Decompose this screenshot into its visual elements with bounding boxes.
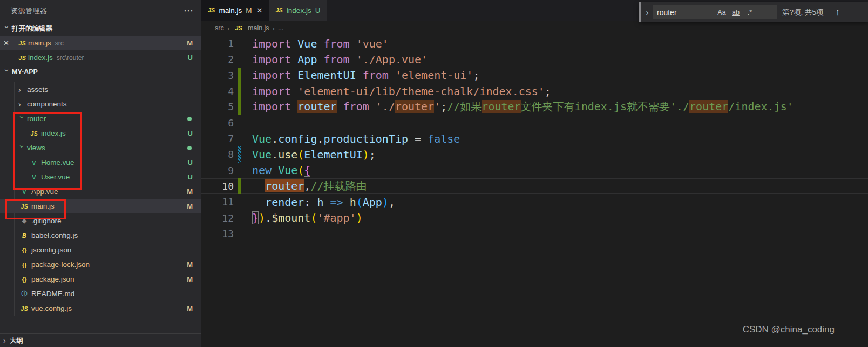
breadcrumb-item[interactable]: ... <box>278 24 283 32</box>
code-token: ElementUI <box>304 148 362 161</box>
open-editor-path: src <box>55 39 64 47</box>
code-token: 文件夹下有index.js就不需要'./ <box>521 100 689 113</box>
code-token: Vue <box>252 132 272 145</box>
code-token: './App.vue' <box>356 53 428 66</box>
open-editor-label: index.js <box>28 54 53 62</box>
open-editors-label: 打开的编辑器 <box>12 24 52 34</box>
project-section-header[interactable]: › MY-APP <box>0 65 201 79</box>
tree-item--gitignore[interactable]: ◆.gitignore <box>0 213 201 228</box>
tree-item-router[interactable]: ›router <box>0 111 201 126</box>
open-editor-label: main.js <box>28 39 51 47</box>
code-token: App <box>297 53 317 66</box>
code-token: import <box>252 37 297 50</box>
code-token <box>252 196 265 209</box>
tree-item-package-json[interactable]: {}package.jsonM <box>0 272 201 286</box>
tab-main-js[interactable]: JSmain.jsM✕ <box>201 0 269 21</box>
tree-item-label: App.vue <box>31 188 58 196</box>
code-line-3[interactable]: 3import ElementUI from 'element-ui'; <box>201 68 868 83</box>
code-token: router <box>265 179 304 192</box>
code-token: ; <box>545 85 551 98</box>
outline-section-header[interactable]: › 大纲 <box>0 333 201 347</box>
toggle-replace-icon[interactable]: › <box>643 8 652 17</box>
code-line-11[interactable]: 11 render: h => h(App), <box>201 194 868 210</box>
code-token: './ <box>376 100 395 113</box>
close-icon[interactable]: ✕ <box>256 6 262 15</box>
open-editors-section-header[interactable]: › 打开的编辑器 <box>0 22 201 36</box>
tree-item-package-lock-json[interactable]: {}package-lock.jsonM <box>0 257 201 272</box>
more-actions-icon[interactable]: ⋯ <box>184 5 194 17</box>
tree-item-label: assets <box>27 85 48 94</box>
tree-item-babel-config-js[interactable]: Bbabel.config.js <box>0 228 201 243</box>
tree-item-user-vue[interactable]: VUser.vueU <box>0 170 201 184</box>
git-status-badge: M <box>187 202 193 210</box>
find-result-count: 第?项, 共5项 <box>782 8 824 17</box>
code-line-12[interactable]: 12}).$mount('#app') <box>201 210 868 226</box>
open-editors-list: ✕JSmain.jssrcMJSindex.jssrc\routerU <box>0 36 201 65</box>
open-editor-item[interactable]: JSindex.jssrc\routerU <box>0 50 201 65</box>
breadcrumb[interactable]: src›JSmain.js›... <box>201 21 868 36</box>
code-line-13[interactable]: 13 <box>201 226 868 242</box>
tree-item-main-js[interactable]: JSmain.jsM <box>0 199 201 213</box>
line-number: 6 <box>201 117 238 129</box>
code-token: //如果 <box>447 100 482 113</box>
code-token: $mount <box>272 211 310 224</box>
sidebar-title: 资源管理器 <box>11 6 184 16</box>
project-name-label: MY-APP <box>12 68 38 76</box>
tree-item-app-vue[interactable]: VApp.vueM <box>0 184 201 199</box>
tree-item-assets[interactable]: ›assets <box>0 82 201 97</box>
code-line-8[interactable]: 8Vue.use(ElementUI); <box>201 146 868 162</box>
vue-file-icon: V <box>28 174 40 181</box>
code-line-4[interactable]: 4import 'element-ui/lib/theme-chalk/inde… <box>201 83 868 99</box>
whole-word-icon[interactable]: ab <box>729 9 743 16</box>
match-case-icon[interactable]: Aa <box>715 9 729 16</box>
tree-item-index-js[interactable]: JSindex.jsU <box>0 126 201 141</box>
breadcrumb-item[interactable]: src <box>215 24 224 32</box>
code-editor[interactable]: 1import Vue from 'vue'2import App from '… <box>201 36 868 242</box>
chevron-right-icon: › <box>18 100 25 109</box>
code-line-1[interactable]: 1import Vue from 'vue' <box>201 36 868 51</box>
tree-item-vue-config-js[interactable]: JSvue.config.jsM <box>0 301 201 316</box>
code-line-10[interactable]: 10 router,//挂载路由 <box>201 178 868 194</box>
code-token: use <box>278 148 297 161</box>
breadcrumb-item[interactable]: main.js <box>248 24 269 32</box>
code-line-7[interactable]: 7Vue.config.productionTip = false <box>201 131 868 146</box>
code-token: import <box>252 100 297 113</box>
tab-git-badge: U <box>315 6 321 15</box>
code-content: new Vue({ <box>241 164 310 177</box>
code-line-2[interactable]: 2import App from './App.vue' <box>201 51 868 67</box>
line-number: 9 <box>201 165 238 176</box>
regex-icon[interactable]: .* <box>743 9 757 16</box>
js-file-icon: JS <box>275 7 282 14</box>
chevron-down-icon: › <box>3 26 11 32</box>
code-token: . <box>272 148 278 161</box>
git-file-icon: ◆ <box>18 217 30 224</box>
code-line-5[interactable]: 5import router from './router';//如果route… <box>201 99 868 115</box>
code-token: 'element-ui/lib/theme-chalk/index.css' <box>297 85 545 98</box>
code-token: ( <box>356 196 363 209</box>
chevron-right-icon: › <box>18 85 25 94</box>
close-icon[interactable]: ✕ <box>3 39 15 47</box>
code-line-6[interactable]: 6 <box>201 115 868 131</box>
tree-item-readme-md[interactable]: ⓘREADME.md <box>0 286 201 301</box>
git-status-badge: M <box>187 39 193 47</box>
tree-item-views[interactable]: ›views <box>0 141 201 155</box>
tab-index-js[interactable]: JSindex.jsU <box>269 0 327 21</box>
breadcrumb-separator-icon: › <box>273 24 275 32</box>
git-status-badge: U <box>188 173 193 181</box>
open-editor-item[interactable]: ✕JSmain.jssrcM <box>0 36 201 50</box>
js-file-icon: JS <box>233 25 245 31</box>
find-input[interactable] <box>653 8 715 17</box>
line-number: 11 <box>201 196 238 208</box>
tree-item-components[interactable]: ›components <box>0 97 201 111</box>
tree-item-jsconfig-json[interactable]: {}jsconfig.json <box>0 243 201 257</box>
code-token: import <box>252 69 297 82</box>
tree-item-home-vue[interactable]: VHome.vueU <box>0 155 201 170</box>
json-file-icon: {} <box>18 276 30 283</box>
code-line-9[interactable]: 9new Vue({ <box>201 163 868 178</box>
code-content: router,//挂载路由 <box>241 179 367 193</box>
tree-item-label: main.js <box>31 202 55 210</box>
previous-match-icon[interactable]: ↑ <box>836 7 840 18</box>
code-content: import App from './App.vue' <box>241 53 428 66</box>
code-token: router <box>689 100 728 113</box>
code-token: Vue <box>297 37 317 50</box>
